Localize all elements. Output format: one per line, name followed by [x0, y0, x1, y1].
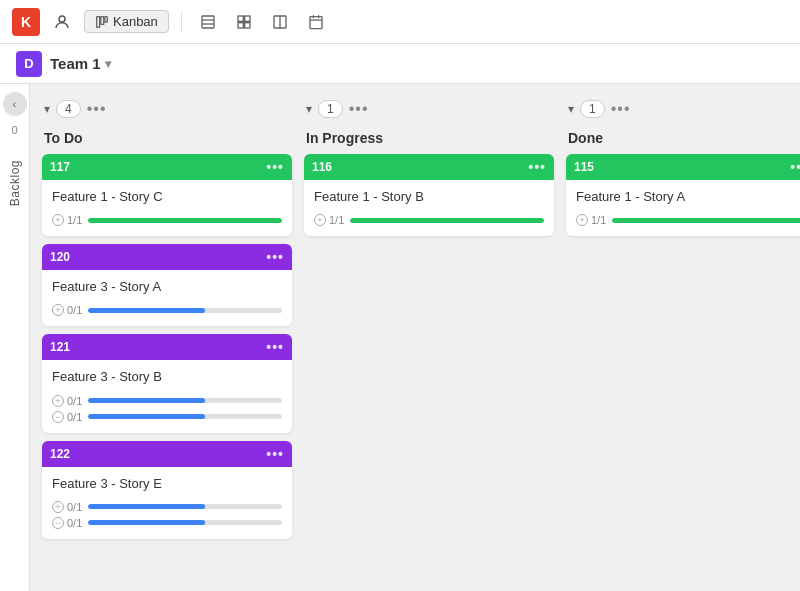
card-title-116: Feature 1 - Story B	[314, 188, 544, 206]
progress-bar-bg	[88, 398, 282, 403]
split-view-icon[interactable]	[266, 8, 294, 36]
progress-bar-bg	[88, 308, 282, 313]
card-body-116: Feature 1 - Story B + 1/1	[304, 180, 554, 236]
card-more-121[interactable]: •••	[266, 339, 284, 355]
sidebar-toggle[interactable]: ‹	[3, 92, 27, 116]
col-header-todo: ▾ 4 •••	[42, 96, 292, 122]
app-logo[interactable]: K	[12, 8, 40, 36]
card-120: 120 ••• Feature 3 - Story A + 0/1	[42, 244, 292, 326]
list-view-icon[interactable]	[194, 8, 222, 36]
card-id-121: 121	[50, 340, 70, 354]
svg-rect-13	[310, 16, 322, 28]
plus-icon: +	[52, 501, 64, 513]
progress-label: + 0/1	[52, 501, 82, 513]
progress-bar-bg	[612, 218, 800, 223]
progress-label: + 1/1	[52, 214, 82, 226]
main-area: ‹ 0 Backlog ▾ 4 ••• To Do 117 ••• Featur…	[0, 84, 800, 591]
column-inprogress: ▾ 1 ••• In Progress 116 ••• Feature 1 - …	[304, 96, 554, 579]
col-count-done: 1	[580, 100, 605, 118]
card-id-115: 115	[574, 160, 594, 174]
card-title-121: Feature 3 - Story B	[52, 368, 282, 386]
card-body-120: Feature 3 - Story A + 0/1	[42, 270, 292, 326]
svg-rect-8	[244, 16, 249, 21]
progress-bar-fill	[88, 520, 204, 525]
card-body-115: Feature 1 - Story A + 1/1	[566, 180, 800, 236]
progress-row: − 0/1	[52, 517, 282, 529]
card-header-117: 117 •••	[42, 154, 292, 180]
card-more-115[interactable]: •••	[790, 159, 800, 175]
column-done: ▾ 1 ••• Done 115 ••• Feature 1 - Story A…	[566, 96, 800, 579]
progress-row: + 0/1	[52, 395, 282, 407]
sidebar-count: 0	[11, 124, 17, 136]
calendar-view-icon[interactable]	[302, 8, 330, 36]
kanban-view-button[interactable]: Kanban	[84, 10, 169, 33]
svg-rect-1	[97, 16, 100, 27]
card-more-116[interactable]: •••	[528, 159, 546, 175]
kanban-board: ▾ 4 ••• To Do 117 ••• Feature 1 - Story …	[30, 84, 800, 591]
card-body-121: Feature 3 - Story B + 0/1 − 0/1	[42, 360, 292, 432]
svg-rect-2	[101, 16, 104, 24]
progress-bar-bg	[88, 504, 282, 509]
col-more-done[interactable]: •••	[611, 100, 631, 118]
card-115: 115 ••• Feature 1 - Story A + 1/1	[566, 154, 800, 236]
toolbar: K Kanban	[0, 0, 800, 44]
progress-row: + 1/1	[314, 214, 544, 226]
card-id-117: 117	[50, 160, 70, 174]
progress-row: + 0/1	[52, 501, 282, 513]
progress-label: − 0/1	[52, 517, 82, 529]
card-id-122: 122	[50, 447, 70, 461]
team-selector[interactable]: Team 1 ▾	[50, 55, 111, 72]
card-id-116: 116	[312, 160, 332, 174]
card-body-122: Feature 3 - Story E + 0/1 − 0/1	[42, 467, 292, 539]
plus-icon: +	[576, 214, 588, 226]
card-117: 117 ••• Feature 1 - Story C + 1/1	[42, 154, 292, 236]
card-title-115: Feature 1 - Story A	[576, 188, 800, 206]
col-chevron-todo[interactable]: ▾	[44, 102, 50, 116]
grid-view-icon[interactable]	[230, 8, 258, 36]
column-todo: ▾ 4 ••• To Do 117 ••• Feature 1 - Story …	[42, 96, 292, 579]
plus-icon: +	[52, 214, 64, 226]
svg-rect-9	[238, 22, 243, 27]
card-121: 121 ••• Feature 3 - Story B + 0/1	[42, 334, 292, 432]
col-more-inprogress[interactable]: •••	[349, 100, 369, 118]
card-title-122: Feature 3 - Story E	[52, 475, 282, 493]
progress-label: + 1/1	[314, 214, 344, 226]
plus-icon: +	[52, 304, 64, 316]
card-header-115: 115 •••	[566, 154, 800, 180]
col-title-done: Done	[568, 130, 800, 146]
progress-bar-fill	[88, 308, 204, 313]
team-avatar: D	[16, 51, 42, 77]
card-id-120: 120	[50, 250, 70, 264]
progress-row: + 1/1	[576, 214, 800, 226]
col-count-inprogress: 1	[318, 100, 343, 118]
card-more-117[interactable]: •••	[266, 159, 284, 175]
sidebar: ‹ 0 Backlog	[0, 84, 30, 591]
progress-row: + 1/1	[52, 214, 282, 226]
col-header-inprogress: ▾ 1 •••	[304, 96, 554, 122]
progress-label: + 0/1	[52, 304, 82, 316]
sidebar-backlog[interactable]: Backlog	[8, 160, 22, 206]
progress-bar-bg	[88, 218, 282, 223]
progress-bar-bg	[350, 218, 544, 223]
svg-rect-10	[244, 22, 249, 27]
col-chevron-done[interactable]: ▾	[568, 102, 574, 116]
progress-bar-fill	[88, 218, 282, 223]
user-icon[interactable]	[48, 8, 76, 36]
card-more-122[interactable]: •••	[266, 446, 284, 462]
minus-icon: −	[52, 411, 64, 423]
minus-icon: −	[52, 517, 64, 529]
progress-bar-bg	[88, 414, 282, 419]
card-more-120[interactable]: •••	[266, 249, 284, 265]
progress-row: − 0/1	[52, 411, 282, 423]
col-more-todo[interactable]: •••	[87, 100, 107, 118]
col-chevron-inprogress[interactable]: ▾	[306, 102, 312, 116]
svg-rect-3	[105, 16, 107, 21]
col-title-inprogress: In Progress	[306, 130, 554, 146]
card-header-121: 121 •••	[42, 334, 292, 360]
card-title-120: Feature 3 - Story A	[52, 278, 282, 296]
header-row: D Team 1 ▾	[0, 44, 800, 84]
card-122: 122 ••• Feature 3 - Story E + 0/1	[42, 441, 292, 539]
card-body-117: Feature 1 - Story C + 1/1	[42, 180, 292, 236]
col-count-todo: 4	[56, 100, 81, 118]
progress-label: + 1/1	[576, 214, 606, 226]
